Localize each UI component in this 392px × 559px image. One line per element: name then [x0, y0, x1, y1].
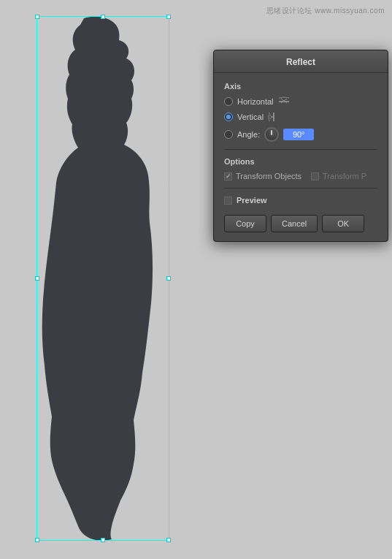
vertical-label[interactable]: Vertical: [237, 113, 264, 121]
axis-section-label: Axis: [224, 82, 377, 91]
cancel-button[interactable]: Cancel: [271, 215, 318, 232]
vertical-axis-icon: [268, 112, 280, 122]
preview-label: Preview: [237, 196, 267, 205]
angle-radio[interactable]: [224, 130, 233, 139]
transform-objects-label: Transform Objects: [236, 172, 301, 180]
dialog-titlebar: Reflect: [214, 50, 388, 73]
options-section-label: Options: [224, 157, 377, 166]
horizontal-label[interactable]: Horizontal: [237, 97, 274, 106]
ok-button[interactable]: OK: [322, 215, 364, 232]
divider-2: [224, 188, 377, 189]
angle-dial[interactable]: [264, 127, 279, 142]
angle-label: Angle:: [237, 130, 260, 139]
horizontal-radio-row[interactable]: Horizontal: [224, 96, 377, 107]
object-silhouette: [40, 15, 164, 541]
horizontal-axis-icon: [278, 96, 290, 107]
dialog-title: Reflect: [286, 57, 315, 67]
watermark: 思绪设计论坛 www.missyuan.com: [266, 6, 385, 16]
transform-pattern-label: Transform P: [323, 172, 366, 180]
transform-objects-checkbox[interactable]: [224, 172, 232, 180]
dialog-body: Axis Horizontal Vertical: [214, 73, 388, 241]
angle-row: Angle:: [224, 127, 377, 142]
horizontal-radio[interactable]: [224, 97, 233, 106]
transform-objects-row: Transform Objects Transform P: [224, 172, 377, 180]
buttons-row: Copy Cancel OK: [224, 215, 377, 232]
vertical-radio-row[interactable]: Vertical: [224, 112, 377, 122]
options-section: Options Transform Objects Transform P: [224, 157, 377, 180]
divider-1: [224, 149, 377, 150]
angle-input[interactable]: [283, 129, 314, 140]
reflect-dialog: Reflect Axis Horizontal Vertical: [213, 50, 388, 242]
transform-pattern-checkbox[interactable]: [311, 172, 319, 180]
preview-checkbox[interactable]: [224, 197, 232, 205]
vertical-radio[interactable]: [224, 113, 233, 121]
preview-row[interactable]: Preview: [224, 196, 377, 205]
copy-button[interactable]: Copy: [224, 215, 266, 232]
